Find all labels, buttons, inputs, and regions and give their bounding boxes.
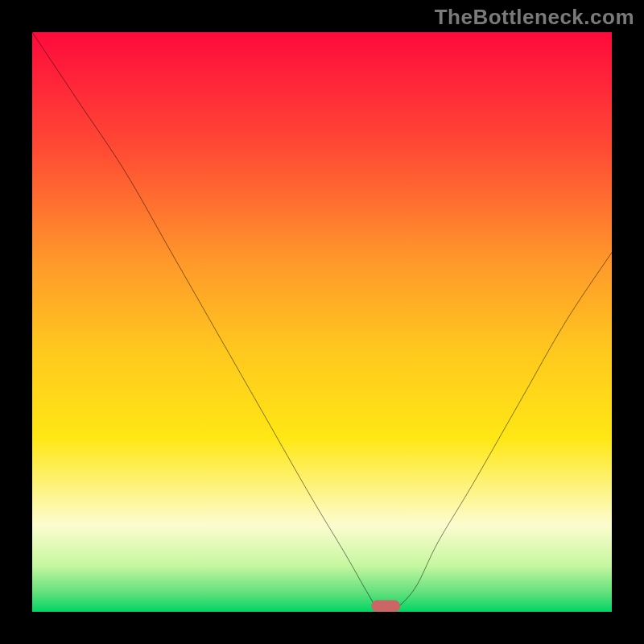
optimum-marker	[371, 601, 400, 612]
plot-background	[32, 32, 612, 612]
bottleneck-plot	[32, 32, 612, 612]
watermark-label: TheBottleneck.com	[435, 5, 634, 30]
chart-container: TheBottleneck.com	[0, 0, 644, 644]
